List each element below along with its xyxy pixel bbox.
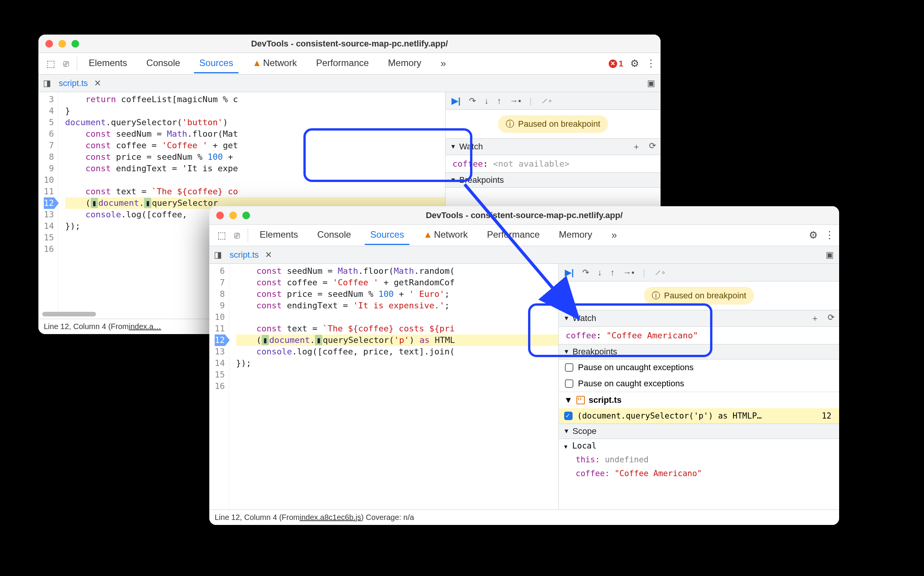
tab-network[interactable]: ▲Network xyxy=(418,225,473,245)
tab-network[interactable]: ▲Network xyxy=(247,54,302,73)
resume-icon[interactable]: ▶| xyxy=(565,268,574,278)
run-snippet-icon[interactable]: ▣ xyxy=(820,250,839,260)
window-title: DevTools - consistent-source-map-pc.netl… xyxy=(209,210,839,220)
refresh-watch-icon[interactable]: ⟳ xyxy=(649,141,656,152)
close-tab-icon[interactable]: ✕ xyxy=(262,250,275,260)
sources-subbar: ◨ script.ts ✕ ▣ xyxy=(209,246,839,264)
checkbox-icon[interactable] xyxy=(564,412,573,420)
kebab-menu-icon[interactable]: ⋮ xyxy=(825,229,835,241)
settings-icon[interactable]: ⚙ xyxy=(809,229,818,241)
checkbox-icon[interactable] xyxy=(565,379,573,388)
debugger-controls: ▶| ↷ ↓ ↑ →• | ⟋◦ xyxy=(559,264,839,281)
pause-uncaught-toggle[interactable]: Pause on uncaught exceptions xyxy=(559,359,839,376)
scope-section-header[interactable]: ▼ Scope xyxy=(559,424,839,439)
tab-console[interactable]: Console xyxy=(312,225,356,245)
inspect-icon[interactable]: ⬚ xyxy=(43,58,58,69)
traffic-lights xyxy=(216,212,250,219)
maximize-window-icon[interactable] xyxy=(242,212,250,219)
run-snippet-icon[interactable]: ▣ xyxy=(642,78,661,88)
info-icon: ⓘ xyxy=(652,290,660,301)
open-file-tab[interactable]: script.ts xyxy=(56,78,91,88)
step-icon[interactable]: →• xyxy=(510,96,521,106)
tab-elements[interactable]: Elements xyxy=(83,54,132,73)
devtools-toolbar: ⬚ ⎚ Elements Console Sources ▲Network Pe… xyxy=(38,53,661,74)
step-out-icon[interactable]: ↑ xyxy=(610,268,614,278)
debugger-controls: ▶| ↷ ↓ ↑ →• | ⟋◦ xyxy=(445,92,661,110)
step-out-icon[interactable]: ↑ xyxy=(497,96,501,106)
pause-caught-toggle[interactable]: Pause on caught exceptions xyxy=(559,376,839,392)
tab-performance[interactable]: Performance xyxy=(482,225,545,245)
minimize-window-icon[interactable] xyxy=(58,40,66,48)
scrollbar-horizontal[interactable] xyxy=(42,312,96,316)
more-tabs-icon[interactable]: » xyxy=(606,225,622,245)
debugger-pane: ▶| ↷ ↓ ↑ →• | ⟋◦ ⓘ Paused on breakpoint … xyxy=(559,264,839,510)
window-title: DevTools - consistent-source-map-pc.netl… xyxy=(38,39,661,49)
deactivate-breakpoints-icon[interactable]: ⟋◦ xyxy=(540,96,552,106)
more-tabs-icon[interactable]: » xyxy=(435,54,451,73)
disclosure-triangle-icon: ▼ xyxy=(563,348,570,355)
error-count[interactable]: ✕ 1 xyxy=(609,59,623,69)
tab-sources[interactable]: Sources xyxy=(365,225,409,245)
watch-body: coffee: "Coffee Americano" xyxy=(559,327,839,344)
error-icon: ✕ xyxy=(609,60,617,68)
tab-sources[interactable]: Sources xyxy=(194,54,238,73)
step-into-icon[interactable]: ↓ xyxy=(598,268,602,278)
disclosure-triangle-icon: ▼ xyxy=(450,177,456,184)
resume-icon[interactable]: ▶| xyxy=(452,96,460,106)
device-toggle-icon[interactable]: ⎚ xyxy=(58,58,74,69)
navigator-toggle-icon[interactable]: ◨ xyxy=(209,250,227,260)
step-over-icon[interactable]: ↷ xyxy=(582,268,589,278)
watch-section-header[interactable]: ▼ Watch ＋ ⟳ xyxy=(559,310,839,327)
panel-tabs: Elements Console Sources ▲Network Perfor… xyxy=(254,225,622,245)
disclosure-triangle-icon: ▼ xyxy=(564,395,573,405)
traffic-lights xyxy=(45,40,79,48)
warning-icon: ▲ xyxy=(423,229,432,240)
step-icon[interactable]: →• xyxy=(623,268,634,278)
pause-status: ⓘ Paused on breakpoint xyxy=(644,287,754,305)
info-icon: ⓘ xyxy=(506,118,514,130)
watch-body: coffee: <not available> xyxy=(445,155,661,172)
tab-memory[interactable]: Memory xyxy=(553,225,598,245)
titlebar: DevTools - consistent-source-map-pc.netl… xyxy=(38,35,661,53)
settings-icon[interactable]: ⚙ xyxy=(630,58,639,70)
scope-variable: coffee: "Coffee Americano" xyxy=(559,467,839,480)
devtools-toolbar: ⬚ ⎚ Elements Console Sources ▲Network Pe… xyxy=(209,225,839,246)
inspect-icon[interactable]: ⬚ xyxy=(214,230,229,241)
disclosure-triangle-icon: ▼ xyxy=(450,143,456,150)
breakpoints-section-header[interactable]: ▼ Breakpoints xyxy=(445,172,661,188)
source-file-icon xyxy=(576,396,585,404)
code-editor[interactable]: 678910111213141516 const seedNum = Math.… xyxy=(209,264,559,510)
add-watch-icon[interactable]: ＋ xyxy=(632,141,641,152)
refresh-watch-icon[interactable]: ⟳ xyxy=(828,313,835,324)
watch-section-header[interactable]: ▼ Watch ＋ ⟳ xyxy=(445,138,661,155)
add-watch-icon[interactable]: ＋ xyxy=(811,313,819,324)
status-source-link[interactable]: index.a… xyxy=(129,322,161,331)
checkbox-icon[interactable] xyxy=(565,363,573,372)
close-window-icon[interactable] xyxy=(45,40,53,48)
step-into-icon[interactable]: ↓ xyxy=(484,96,488,106)
tab-console[interactable]: Console xyxy=(141,54,185,73)
breakpoint-row[interactable]: (document.querySelector('p') as HTMLP… 1… xyxy=(559,408,839,424)
close-window-icon[interactable] xyxy=(216,212,224,219)
disclosure-triangle-icon: ▼ xyxy=(564,444,567,450)
pause-status: ⓘ Paused on breakpoint xyxy=(498,115,608,133)
scope-local-header[interactable]: ▼ Local xyxy=(559,439,839,453)
warning-icon: ▲ xyxy=(252,58,262,68)
titlebar: DevTools - consistent-source-map-pc.netl… xyxy=(209,206,839,225)
step-over-icon[interactable]: ↷ xyxy=(469,96,476,106)
status-bar: Line 12, Column 4 (From index.a8c1ec6b.j… xyxy=(209,510,839,525)
tab-elements[interactable]: Elements xyxy=(254,225,303,245)
breakpoint-file-header[interactable]: ▼ script.ts xyxy=(559,392,839,408)
tab-performance[interactable]: Performance xyxy=(311,54,374,73)
status-source-link[interactable]: index.a8c1ec6b.js xyxy=(300,513,361,522)
breakpoints-section-header[interactable]: ▼ Breakpoints xyxy=(559,344,839,359)
open-file-tab[interactable]: script.ts xyxy=(227,250,262,260)
tab-memory[interactable]: Memory xyxy=(383,54,427,73)
maximize-window-icon[interactable] xyxy=(71,40,79,48)
close-tab-icon[interactable]: ✕ xyxy=(91,78,104,88)
minimize-window-icon[interactable] xyxy=(229,212,237,219)
navigator-toggle-icon[interactable]: ◨ xyxy=(38,78,56,88)
deactivate-breakpoints-icon[interactable]: ⟋◦ xyxy=(654,268,665,278)
kebab-menu-icon[interactable]: ⋮ xyxy=(646,58,656,70)
device-toggle-icon[interactable]: ⎚ xyxy=(229,230,245,241)
